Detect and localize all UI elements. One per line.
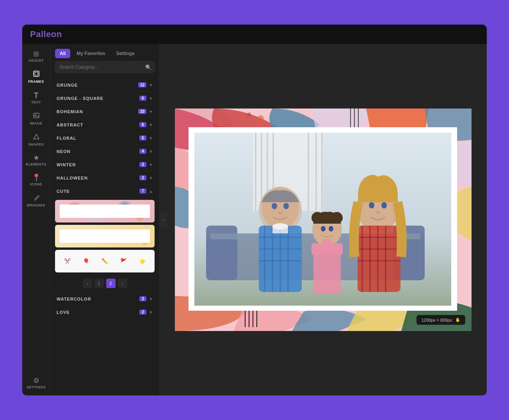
chevron-down-icon-grunge-square: ▼ bbox=[149, 96, 153, 101]
sidebar-item-text[interactable]: T TEXT bbox=[24, 88, 48, 107]
cat-right-watercolor: 3 ▼ bbox=[139, 296, 153, 301]
cat-badge-cute: 7 bbox=[139, 189, 146, 194]
school-icon-pencil: ✏️ bbox=[101, 258, 108, 264]
svg-rect-50 bbox=[358, 226, 400, 292]
cat-row-watercolor[interactable]: WATERCOLOR 3 ▼ bbox=[50, 292, 159, 306]
cat-row-winter[interactable]: WINTER 3 ▼ bbox=[50, 158, 159, 171]
svg-point-48 bbox=[329, 226, 333, 231]
cat-badge-love: 2 bbox=[139, 310, 146, 315]
svg-rect-23 bbox=[308, 133, 309, 211]
cat-right-halloween: 2 ▼ bbox=[139, 175, 153, 180]
page-prev-btn[interactable]: ‹ bbox=[83, 279, 92, 288]
svg-rect-1 bbox=[35, 72, 38, 75]
frame-thumb-1[interactable] bbox=[55, 200, 155, 222]
page-2-btn[interactable]: 2 bbox=[106, 279, 116, 288]
frame-thumb-3[interactable]: ✂️ 🎈 ✏️ 🚩 ⭐ bbox=[55, 250, 155, 272]
frame-inner-2 bbox=[60, 230, 150, 243]
categories-list: GRUNGE 12 ▼ GRUNGE - SQUARE 6 ▼ bbox=[50, 77, 159, 395]
svg-rect-2 bbox=[34, 113, 39, 118]
chevron-down-icon-halloween: ▼ bbox=[149, 176, 153, 180]
cat-badge-neon: 4 bbox=[139, 149, 146, 154]
sidebar-item-icons[interactable]: 📍 ICONS bbox=[24, 171, 48, 189]
cat-name-floral: FLORAL bbox=[57, 136, 77, 141]
svg-rect-24 bbox=[315, 133, 317, 211]
cat-row-bohemian[interactable]: BOHEMIAN 10 ▼ bbox=[50, 105, 159, 118]
cat-row-floral[interactable]: FLORAL 5 ▼ bbox=[50, 132, 159, 145]
sidebar-label-settings: SETTINGS bbox=[27, 385, 46, 389]
svg-point-60 bbox=[381, 202, 387, 208]
search-icon[interactable]: 🔍 bbox=[145, 64, 151, 70]
school-icon-ball: 🎈 bbox=[83, 258, 89, 264]
cat-badge-grunge-square: 6 bbox=[139, 96, 146, 101]
svg-point-14 bbox=[247, 112, 251, 116]
sidebar-label-icons: ICONS bbox=[30, 182, 42, 186]
cat-badge-grunge: 12 bbox=[138, 82, 146, 87]
image-icon bbox=[33, 112, 40, 120]
svg-rect-64 bbox=[272, 226, 288, 233]
sidebar-label-frames: FRAMES bbox=[28, 80, 44, 84]
sidebar-item-frames[interactable]: FRAMES bbox=[24, 67, 48, 87]
collapse-panel-btn[interactable]: ‹ bbox=[160, 212, 167, 228]
page-1-btn[interactable]: 1 bbox=[94, 279, 104, 288]
cat-row-halloween[interactable]: HALLOWEEN 2 ▼ bbox=[50, 171, 159, 185]
tab-settings[interactable]: Settings bbox=[112, 49, 139, 58]
svg-point-40 bbox=[272, 203, 277, 209]
cat-name-halloween: HALLOWEEN bbox=[57, 176, 88, 180]
sidebar-item-settings[interactable]: ⚙ SETTINGS bbox=[24, 374, 48, 392]
search-box: 🔍 bbox=[55, 61, 155, 73]
chevron-down-icon-floral: ▼ bbox=[149, 136, 153, 141]
app-logo: Palleon bbox=[30, 29, 62, 39]
search-input[interactable] bbox=[55, 61, 155, 73]
sidebar-label-adjust: ADJUST bbox=[28, 59, 44, 62]
sidebar-item-elements[interactable]: ★ ELEMENTS bbox=[24, 151, 48, 169]
svg-point-59 bbox=[369, 202, 374, 208]
shapes-icon bbox=[33, 133, 40, 141]
cat-name-grunge-square: GRUNGE - SQUARE bbox=[57, 96, 103, 101]
chevron-up-icon-cute: ▲ bbox=[149, 189, 153, 194]
cat-right-floral: 5 ▼ bbox=[139, 135, 153, 141]
canvas-area[interactable]: ‹ bbox=[160, 44, 487, 395]
cat-badge-halloween: 2 bbox=[139, 175, 146, 180]
cat-row-grunge-square[interactable]: GRUNGE - SQUARE 6 ▼ bbox=[50, 92, 159, 105]
sidebar-item-adjust[interactable]: ⊞ ADJUST bbox=[24, 47, 48, 66]
cat-row-abstract[interactable]: ABSTRACT 6 ▼ bbox=[50, 118, 159, 132]
cat-right-bohemian: 10 ▼ bbox=[138, 109, 153, 114]
sidebar-label-text: TEXT bbox=[31, 100, 41, 104]
cat-badge-bohemian: 10 bbox=[138, 109, 146, 114]
sidebar-label-elements: ELEMENTS bbox=[26, 162, 46, 166]
cat-right-cute: 7 ▲ bbox=[139, 189, 153, 194]
page-next-btn[interactable]: › bbox=[118, 279, 127, 288]
cat-name-watercolor: WATERCOLOR bbox=[57, 297, 91, 301]
cat-name-love: LOVE bbox=[57, 310, 70, 315]
cat-row-cute[interactable]: CUTE 7 ▲ bbox=[50, 185, 159, 198]
tab-all[interactable]: All bbox=[55, 49, 70, 58]
cat-right-abstract: 6 ▼ bbox=[139, 122, 153, 127]
svg-point-62 bbox=[322, 239, 332, 244]
frames-icon bbox=[33, 70, 40, 78]
elements-icon: ★ bbox=[33, 154, 39, 161]
cat-row-love[interactable]: LOVE 2 ▼ bbox=[50, 306, 159, 319]
chevron-down-icon-love: ▼ bbox=[149, 310, 153, 315]
cat-right-love: 2 ▼ bbox=[139, 310, 153, 315]
school-icon-flag: 🚩 bbox=[120, 258, 127, 264]
icon-sidebar: ⊞ ADJUST FRAMES T TEXT bbox=[22, 44, 50, 395]
frames-preview: ✂️ 🎈 ✏️ 🚩 ⭐ bbox=[50, 198, 159, 276]
tabs-row: All My Favorites Settings bbox=[50, 44, 159, 61]
svg-point-47 bbox=[321, 226, 326, 231]
frame-thumb-2[interactable] bbox=[55, 225, 155, 247]
tab-favorites[interactable]: My Favorites bbox=[72, 49, 110, 58]
cat-badge-winter: 3 bbox=[139, 162, 146, 167]
cat-row-neon[interactable]: NEON 4 ▼ bbox=[50, 145, 159, 158]
sidebar-item-image[interactable]: IMAGE bbox=[24, 109, 48, 128]
sidebar-item-brushes[interactable]: BRUSHES bbox=[24, 191, 48, 210]
settings-icon: ⚙ bbox=[33, 377, 39, 384]
cat-name-grunge: GRUNGE bbox=[57, 83, 78, 87]
cat-row-grunge[interactable]: GRUNGE 12 ▼ bbox=[50, 78, 159, 92]
cat-right-winter: 3 ▼ bbox=[139, 162, 153, 167]
school-icon-star: ⭐ bbox=[139, 258, 146, 264]
chevron-down-icon-watercolor: ▼ bbox=[149, 297, 153, 301]
svg-rect-25 bbox=[321, 133, 323, 211]
title-bar: Palleon bbox=[22, 25, 487, 44]
sidebar-item-shapes[interactable]: SHAPES bbox=[24, 130, 48, 149]
cat-expanded-cute: CUTE 7 ▲ bbox=[50, 185, 159, 292]
